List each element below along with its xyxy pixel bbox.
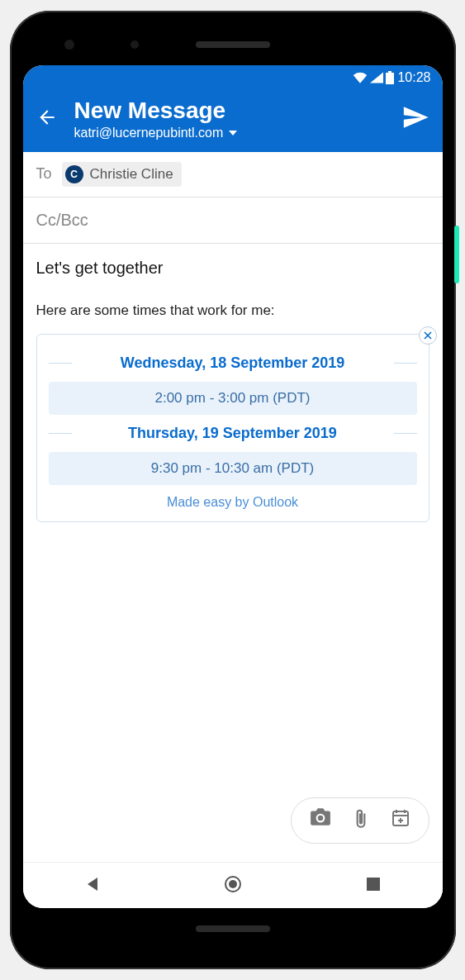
email-body[interactable]: Here are some times that work for me: We… <box>23 293 443 786</box>
chevron-down-icon <box>228 128 238 138</box>
attach-button[interactable] <box>353 808 369 833</box>
svg-point-9 <box>229 880 237 888</box>
triangle-back-icon <box>84 876 101 892</box>
ccbcc-field[interactable]: Cc/Bcc <box>23 197 443 244</box>
battery-icon <box>386 71 394 84</box>
camera-dot <box>64 40 74 50</box>
status-icons <box>353 71 394 84</box>
from-account-label: katri@lucernepubintl.com <box>74 126 224 140</box>
phone-frame: 10:28 New Message katri@lucernepubintl.c… <box>10 11 456 969</box>
subject-field[interactable]: Let's get together <box>23 244 443 293</box>
nav-home-button[interactable] <box>224 875 242 897</box>
nav-recents-button[interactable] <box>366 877 381 895</box>
back-button[interactable] <box>36 107 58 131</box>
compose-toolbar <box>23 786 443 862</box>
screen: 10:28 New Message katri@lucernepubintl.c… <box>23 65 443 908</box>
availability-slot-0[interactable]: 2:00 pm - 3:00 pm (PDT) <box>49 382 417 415</box>
phone-top-bezel <box>23 24 443 65</box>
svg-rect-10 <box>367 878 380 891</box>
to-label: To <box>36 165 52 183</box>
recipient-chip[interactable]: C Christie Cline <box>62 162 182 187</box>
calendar-button[interactable] <box>391 808 410 833</box>
svg-rect-0 <box>386 73 394 84</box>
from-account-selector[interactable]: katri@lucernepubintl.com <box>74 126 385 140</box>
circle-home-icon <box>224 875 242 893</box>
app-bar-title-block: New Message katri@lucernepubintl.com <box>74 98 385 140</box>
page-title: New Message <box>74 98 385 124</box>
availability-footer: Made easy by Outlook <box>49 495 417 510</box>
sensor-dot <box>130 40 139 49</box>
app-bar: New Message katri@lucernepubintl.com <box>23 90 443 152</box>
nav-back-button[interactable] <box>84 876 101 896</box>
send-button[interactable] <box>401 103 429 135</box>
toolbar-pill <box>291 797 429 844</box>
status-time: 10:28 <box>397 70 430 85</box>
availability-close-button[interactable] <box>419 326 437 345</box>
arrow-left-icon <box>36 107 58 128</box>
close-icon <box>424 331 432 340</box>
calendar-plus-icon <box>391 808 410 828</box>
to-field-row[interactable]: To C Christie Cline <box>23 152 443 197</box>
bottom-speaker-grille <box>196 925 270 932</box>
camera-button[interactable] <box>310 808 331 833</box>
availability-slot-1[interactable]: 9:30 pm - 10:30 am (PDT) <box>49 452 417 485</box>
paperclip-icon <box>353 808 369 830</box>
status-bar: 10:28 <box>23 65 443 90</box>
camera-icon <box>310 808 331 826</box>
body-intro-text: Here are some times that work for me: <box>36 302 429 319</box>
recipient-name: Christie Cline <box>90 166 173 183</box>
availability-date-0: Wednesday, 18 September 2019 <box>49 354 417 372</box>
availability-card: Wednesday, 18 September 2019 2:00 pm - 3… <box>36 334 429 522</box>
wifi-icon <box>353 72 368 83</box>
speaker-grille <box>196 41 270 48</box>
availability-date-1: Thursday, 19 September 2019 <box>49 425 417 442</box>
square-recents-icon <box>366 877 381 892</box>
send-icon <box>401 103 429 131</box>
signal-icon <box>370 72 383 83</box>
phone-bottom-bezel <box>23 908 443 949</box>
svg-rect-1 <box>388 71 391 73</box>
android-nav-bar <box>23 862 443 908</box>
recipient-avatar: C <box>65 165 83 183</box>
power-button <box>454 226 459 283</box>
